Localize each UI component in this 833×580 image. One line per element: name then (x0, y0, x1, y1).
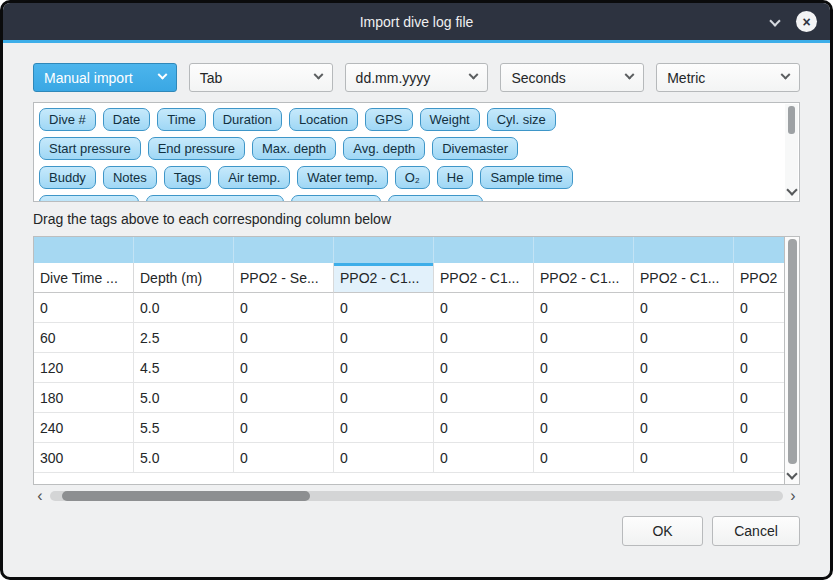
table-cell: 240 (34, 413, 134, 443)
table-cell: 0 (434, 353, 534, 383)
tag-pill[interactable]: Time (157, 108, 205, 131)
tag-pill[interactable]: Dive # (39, 108, 96, 131)
drop-target-cell[interactable] (534, 237, 634, 263)
table-vertical-scrollbar[interactable] (785, 236, 800, 485)
tag-pill[interactable]: Location (289, 108, 358, 131)
tag-pill[interactable]: Start pressure (39, 137, 141, 160)
table-horizontal-scrollbar[interactable]: ‹ › (33, 488, 800, 503)
column-header[interactable]: PPO2 - C1... (634, 263, 734, 293)
tag-pill[interactable]: End pressure (148, 137, 245, 160)
titlebar-actions: × (769, 3, 817, 40)
table-cell: 2.5 (134, 323, 234, 353)
tag-pill[interactable]: Buddy (39, 166, 96, 189)
column-header[interactable]: PPO2 - Se... (234, 263, 334, 293)
table-row: 300 5.0 0 0 0 0 0 0 (34, 443, 785, 473)
drop-target-cell[interactable] (34, 237, 134, 263)
window-title: Import dive log file (360, 14, 474, 30)
tag-pill[interactable]: He (437, 166, 474, 189)
column-header[interactable]: PPO2 - C1... (334, 263, 434, 293)
units-select[interactable]: Metric (656, 63, 800, 92)
table-row: 180 5.0 0 0 0 0 0 0 (34, 383, 785, 413)
tag-pill[interactable]: Cyl. size (487, 108, 556, 131)
tag-pill[interactable]: Sample time (480, 166, 572, 189)
chevron-down-icon (469, 70, 479, 80)
table-cell: 4.5 (134, 353, 234, 383)
column-header[interactable]: PPO2 - C1... (534, 263, 634, 293)
tag-pill[interactable]: Date (103, 108, 150, 131)
drop-target-cell[interactable] (434, 237, 534, 263)
tag-list-scrollbar[interactable] (785, 104, 798, 200)
scroll-down-icon[interactable] (786, 468, 797, 479)
table-row: 60 2.5 0 0 0 0 0 0 (34, 323, 785, 353)
table-cell: 0 (334, 443, 434, 473)
tag-pill[interactable]: Duration (213, 108, 282, 131)
scroll-down-icon[interactable] (786, 184, 797, 195)
titlebar[interactable]: Import dive log file × (3, 3, 830, 40)
table-cell: 0 (334, 323, 434, 353)
tag-pill[interactable]: Weight (420, 108, 480, 131)
ok-button[interactable]: OK (622, 516, 703, 546)
tag-pill[interactable]: Sample CNS (388, 195, 483, 202)
scroll-right-icon[interactable]: › (786, 489, 800, 503)
table-cell: 0 (734, 323, 785, 353)
tag-pill[interactable]: Max. depth (252, 137, 336, 160)
tag-pill[interactable]: Air temp. (218, 166, 290, 189)
scrollbar-handle[interactable] (788, 106, 795, 134)
table-cell: 0 (634, 293, 734, 323)
column-header[interactable]: Dive Time ... (34, 263, 134, 293)
cancel-button[interactable]: Cancel (712, 516, 800, 546)
instruction-text: Drag the tags above to each correspondin… (33, 211, 800, 227)
table-cell: 0 (334, 413, 434, 443)
table-cell: 0 (434, 383, 534, 413)
scrollbar-track[interactable] (50, 491, 783, 501)
column-header[interactable]: Depth (m) (134, 263, 234, 293)
tag-row: Buddy Notes Tags Air temp. Water temp. O… (39, 166, 779, 189)
tag-pill[interactable]: Tags (164, 166, 211, 189)
table-row: 240 5.5 0 0 0 0 0 0 (34, 413, 785, 443)
table-cell: 0 (534, 413, 634, 443)
tag-list-panel: Dive # Date Time Duration Location GPS W… (33, 102, 800, 202)
tag-pill[interactable]: GPS (365, 108, 412, 131)
drop-target-cell[interactable] (734, 237, 785, 263)
drop-target-cell[interactable] (634, 237, 734, 263)
table-cell: 0 (334, 383, 434, 413)
tag-pill[interactable]: Sample temperature (146, 195, 284, 202)
tag-row: Dive # Date Time Duration Location GPS W… (39, 108, 779, 131)
import-mode-select[interactable]: Manual import (33, 63, 177, 92)
chevron-down-icon (781, 70, 791, 80)
tag-pill[interactable]: Avg. depth (343, 137, 425, 160)
field-separator-select[interactable]: Tab (189, 63, 333, 92)
dialog-content: Manual import Tab dd.mm.yyyy Seconds Met… (3, 43, 830, 546)
chevron-down-icon[interactable] (769, 15, 783, 29)
table-row: 120 4.5 0 0 0 0 0 0 (34, 353, 785, 383)
tag-pill[interactable]: Divemaster (432, 137, 518, 160)
table-cell: 0 (234, 413, 334, 443)
tag-pill[interactable]: Notes (103, 166, 157, 189)
scrollbar-handle[interactable] (788, 239, 797, 464)
tag-pill[interactable]: Sample pO₂ (291, 195, 381, 202)
table-cell: 5.0 (134, 383, 234, 413)
date-format-select[interactable]: dd.mm.yyyy (345, 63, 489, 92)
table-cell: 5.0 (134, 443, 234, 473)
table-cell: 0 (734, 413, 785, 443)
close-icon: × (802, 14, 810, 30)
scroll-left-icon[interactable]: ‹ (33, 489, 47, 503)
tag-pill[interactable]: Water temp. (297, 166, 387, 189)
drop-target-cell[interactable] (234, 237, 334, 263)
combo-value: Metric (667, 70, 705, 86)
table-cell: 0 (434, 443, 534, 473)
tag-pill[interactable]: Sample depth (39, 195, 139, 202)
column-header[interactable]: PPO2 (734, 263, 785, 293)
table-cell: 120 (34, 353, 134, 383)
table-cell: 0 (534, 293, 634, 323)
chevron-down-icon (157, 70, 167, 80)
drop-target-cell[interactable] (134, 237, 234, 263)
duration-format-select[interactable]: Seconds (500, 63, 644, 92)
column-header[interactable]: PPO2 - C1... (434, 263, 534, 293)
tag-pill[interactable]: O₂ (395, 166, 430, 189)
drop-target-cell[interactable] (334, 237, 434, 263)
close-button[interactable]: × (796, 11, 817, 32)
import-dive-log-dialog: Import dive log file × Manual import Tab… (0, 0, 833, 580)
scrollbar-handle[interactable] (62, 491, 310, 501)
table-cell: 0 (334, 353, 434, 383)
